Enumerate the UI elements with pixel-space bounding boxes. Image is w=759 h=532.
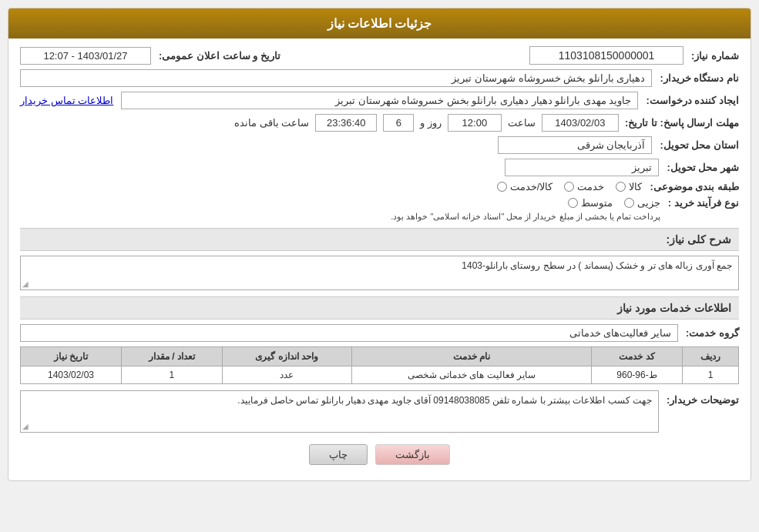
creator-label: ایجاد کننده درخواست: xyxy=(646,95,739,106)
service-group-label: گروه خدمت: xyxy=(686,327,739,339)
category-kala-label: کالا xyxy=(629,181,642,192)
category-khedmat[interactable]: خدمت xyxy=(564,181,604,192)
response-time-label: ساعت xyxy=(508,117,536,129)
col-date: تاریخ نیاز xyxy=(21,347,122,366)
purchase-type-jozee[interactable]: جزیی xyxy=(624,197,660,209)
category-label: طبقه بندی موضوعی: xyxy=(650,181,739,192)
col-name: نام خدمت xyxy=(351,347,592,366)
response-deadline-label: مهلت ارسال پاسخ: تا تاریخ: xyxy=(625,117,739,129)
services-table: ردیف کد خدمت نام خدمت واحد اندازه گیری ت… xyxy=(20,346,739,384)
response-days: 6 xyxy=(383,114,414,132)
category-khedmat-label: خدمت xyxy=(577,181,604,192)
purchase-type-jozee-label: جزیی xyxy=(637,197,660,209)
date-value: 1403/01/27 - 12:07 xyxy=(20,47,151,65)
col-quantity: تعداد / مقدار xyxy=(121,347,222,366)
cell-code: ط-96-960 xyxy=(592,366,683,384)
purchase-type-motavasset-radio[interactable] xyxy=(568,198,578,208)
buyer-org-value: دهیاری بارانلو بخش خسروشاه شهرستان تبریز xyxy=(20,69,652,87)
category-kala-khedmat-radio[interactable] xyxy=(497,182,507,192)
purchase-type-motavasset-label: متوسط xyxy=(581,197,613,209)
purchase-type-motavasset[interactable]: متوسط xyxy=(568,197,613,209)
category-options: کالا خدمت کالا/خدمت xyxy=(497,181,643,192)
response-remaining: 23:36:40 xyxy=(315,114,377,132)
category-kala[interactable]: کالا xyxy=(616,181,642,192)
province-label: استان محل تحویل: xyxy=(660,139,739,151)
purchase-type-label: نوع فرآیند خرید : xyxy=(668,197,739,209)
category-kala-radio[interactable] xyxy=(616,182,626,192)
buyer-notes-value: جهت کسب اطلاعات بیشتر با شماره تلفن 0914… xyxy=(237,395,652,406)
city-label: شهر محل تحویل: xyxy=(667,162,739,173)
buyer-notes-label: توضیحات خریدار: xyxy=(667,394,739,406)
print-button[interactable]: چاپ xyxy=(309,444,368,465)
creator-value: جاوید مهدی بارانلو دهیار دهیاری بارانلو … xyxy=(121,92,638,109)
need-desc-box: جمع آوری زباله های تر و خشک (پسماند ) در… xyxy=(20,256,739,290)
category-khedmat-radio[interactable] xyxy=(564,182,574,192)
category-kala-khedmat-label: کالا/خدمت xyxy=(510,181,553,192)
response-remaining-label: ساعت باقی مانده xyxy=(234,117,309,129)
col-unit: واحد اندازه گیری xyxy=(222,347,351,366)
cell-name: سایر فعالیت های خدماتی شخصی xyxy=(351,366,592,384)
resize-handle-notes: ◢ xyxy=(22,422,29,430)
cell-row: 1 xyxy=(682,366,738,384)
purchase-type-jozee-radio[interactable] xyxy=(624,198,634,208)
response-date: 1403/02/03 xyxy=(542,114,619,132)
button-row: بازگشت چاپ xyxy=(20,444,739,473)
cell-date: 1403/02/03 xyxy=(21,366,122,384)
page-title: جزئیات اطلاعات نیاز xyxy=(8,8,751,38)
resize-handle: ◢ xyxy=(22,279,29,288)
purchase-type-note: پرداخت تمام یا بخشی از مبلغ خریدار از مح… xyxy=(391,212,660,222)
buyer-notes-box: جهت کسب اطلاعات بیشتر با شماره تلفن 0914… xyxy=(20,390,659,433)
contact-link[interactable]: اطلاعات تماس خریدار xyxy=(20,95,113,106)
need-desc-value: جمع آوری زباله های تر و خشک (پسماند ) در… xyxy=(462,260,732,271)
back-button[interactable]: بازگشت xyxy=(375,444,450,465)
need-number-label: شماره نیاز: xyxy=(691,50,739,62)
services-section-header: اطلاعات خدمات مورد نیاز xyxy=(20,296,739,320)
col-code: کد خدمت xyxy=(592,347,683,366)
buyer-org-label: نام دستگاه خریدار: xyxy=(660,72,739,84)
response-time: 12:00 xyxy=(448,114,502,132)
response-day-label: روز و xyxy=(420,117,442,129)
date-label: تاریخ و ساعت اعلان عمومی: xyxy=(159,50,280,62)
col-row: ردیف xyxy=(682,347,738,366)
service-group-value: سایر فعالیت‌های خدماتی xyxy=(20,324,678,342)
cell-quantity: 1 xyxy=(121,366,222,384)
cell-unit: عدد xyxy=(222,366,351,384)
category-kala-khedmat[interactable]: کالا/خدمت xyxy=(497,181,553,192)
table-row: 1 ط-96-960 سایر فعالیت های خدماتی شخصی ع… xyxy=(21,366,739,384)
province-value: آذربایجان شرقی xyxy=(498,136,652,154)
purchase-type-options: جزیی متوسط xyxy=(391,197,660,209)
need-number-value: 1103108150000001 xyxy=(529,46,683,65)
need-desc-section-header: شرح کلی نیاز: xyxy=(20,228,739,251)
city-value: تبریز xyxy=(505,159,659,176)
